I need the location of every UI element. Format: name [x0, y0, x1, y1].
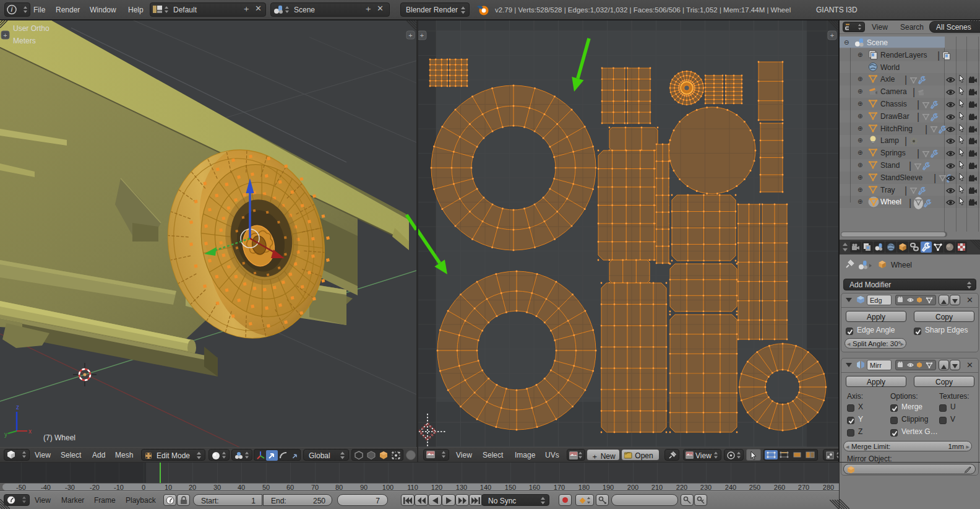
svg-text:+: +: [420, 32, 424, 39]
svg-text:x: x: [28, 428, 32, 435]
svg-text:+: +: [830, 32, 834, 39]
svg-text:z: z: [16, 404, 19, 411]
svg-text:i: i: [11, 6, 13, 13]
svg-text:+: +: [3, 32, 7, 39]
svg-text:y: y: [4, 431, 7, 438]
svg-text:+: +: [408, 32, 412, 39]
